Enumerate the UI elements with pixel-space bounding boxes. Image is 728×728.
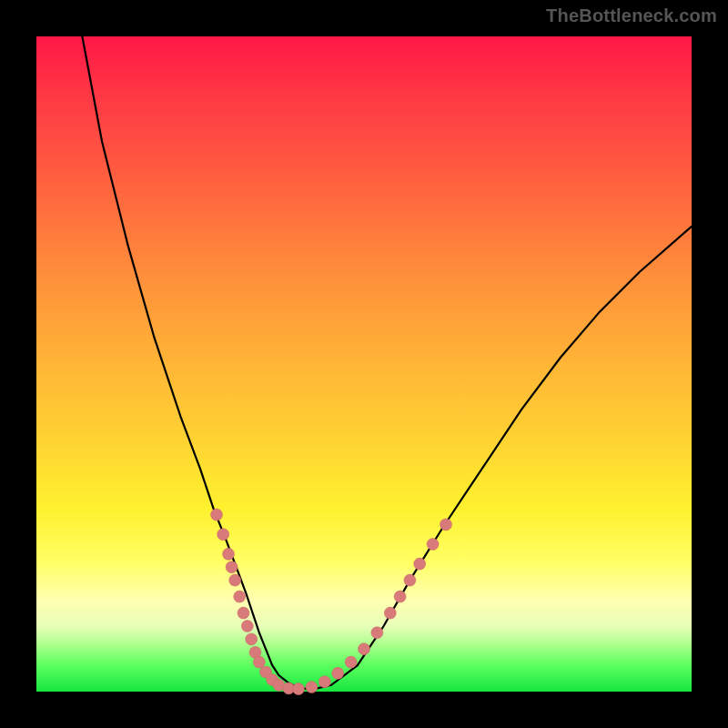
marker-dot	[318, 676, 330, 688]
bottleneck-curve	[82, 36, 692, 690]
marker-dot	[229, 574, 241, 586]
marker-dot	[440, 519, 452, 531]
outer-frame: TheBottleneck.com	[0, 0, 728, 728]
marker-dot	[414, 558, 426, 570]
marker-dot	[394, 591, 406, 602]
marker-dot	[345, 656, 357, 668]
marker-dot	[293, 683, 305, 695]
marker-dot	[211, 509, 223, 521]
marker-dot	[241, 621, 253, 632]
marker-dot	[306, 682, 318, 693]
marker-dot	[246, 633, 258, 645]
marker-dot	[404, 574, 416, 586]
marker-dot	[238, 607, 249, 619]
curve-svg	[36, 36, 692, 692]
marker-dot	[217, 529, 229, 541]
marker-dot	[226, 561, 238, 573]
watermark-text: TheBottleneck.com	[546, 5, 717, 26]
plot-area	[36, 36, 692, 692]
marker-dot	[384, 607, 396, 619]
marker-dot	[359, 643, 370, 655]
marker-dot	[234, 591, 246, 602]
marker-dot	[223, 548, 235, 560]
marker-dot	[332, 667, 344, 679]
marker-dot	[253, 656, 265, 668]
marker-dot	[427, 539, 439, 551]
marker-dot	[371, 627, 383, 639]
curve-markers	[211, 509, 452, 695]
